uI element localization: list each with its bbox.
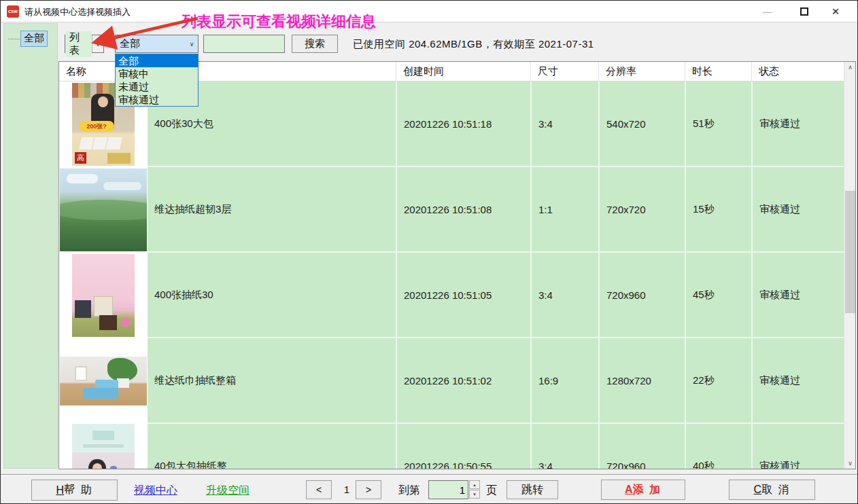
table-row[interactable]: 40包大包抽纸整 20201226 10:50:55 3:4 720x960 4… <box>59 424 844 469</box>
minimize-button[interactable]: — <box>753 1 783 22</box>
spin-up-icon[interactable]: ▲ <box>469 480 480 489</box>
cell-duration: 51秒 <box>685 82 751 167</box>
add-button[interactable]: A添 加 <box>601 480 685 500</box>
sidebar-item-all[interactable]: 全部 <box>8 31 48 47</box>
app-icon: CSW <box>7 5 19 18</box>
cell-ratio: 3:4 <box>530 253 598 338</box>
window-title: 请从视频中心选择视频插入 <box>24 6 131 18</box>
cell-ratio: 16:9 <box>530 338 598 424</box>
table-row[interactable]: 维达纸巾抽纸整箱 20201226 10:51:02 16:9 1280x720… <box>59 338 844 424</box>
status-filter-dropdown-list: 全部 审核中 未通过 审核通过 <box>115 54 199 107</box>
help-mnemonic: H <box>56 484 64 497</box>
help-label: 帮 助 <box>64 483 92 497</box>
thumbnail-stamp: 高 <box>75 152 86 164</box>
jump-button[interactable]: 跳转 <box>507 480 558 499</box>
search-input[interactable] <box>203 35 285 53</box>
title-bar: CSW 请从视频中心选择视频插入 — × <box>1 1 857 22</box>
next-page-button[interactable]: > <box>356 480 381 499</box>
cell-ratio: 3:4 <box>530 82 598 167</box>
annotation-text: 列表显示可查看视频详细信息 <box>182 12 376 32</box>
column-header-status[interactable]: 状态 <box>751 62 844 81</box>
footer-bar: H帮 助 视频中心 升级空间 < 1 > 到第 ▲ ▼ 页 跳转 A添 加 C取… <box>1 474 858 504</box>
close-button[interactable]: × <box>821 1 851 22</box>
maximize-button[interactable] <box>789 1 819 22</box>
page-number-input[interactable] <box>428 480 468 499</box>
cell-created: 20201226 10:51:02 <box>396 338 530 424</box>
status-filter-value: 全部 <box>116 37 186 50</box>
scrollbar-thumb[interactable] <box>845 191 855 313</box>
cell-name: 维达纸巾抽纸整箱 <box>148 338 396 424</box>
cell-created: 20201226 10:51:05 <box>396 253 530 338</box>
vertical-scrollbar[interactable]: ∧ ∨ <box>844 62 855 469</box>
add-mnemonic: A <box>625 484 633 496</box>
cell-name: 40包大包抽纸整 <box>148 424 396 469</box>
column-header-created[interactable]: 创建时间 <box>396 62 530 81</box>
chevron-down-icon[interactable]: ∨ <box>186 41 198 48</box>
cell-resolution: 720x720 <box>598 167 685 253</box>
chevron-down-icon[interactable]: ∨ <box>92 35 103 52</box>
thumbnail-badge: 200张? <box>79 121 114 132</box>
view-mode-value: 列表 <box>65 31 92 57</box>
cell-name: 400张抽纸30 <box>148 253 396 338</box>
cancel-mnemonic: C <box>753 484 761 496</box>
add-label: 添 加 <box>633 483 662 497</box>
cell-name: 维达抽纸超韧3层 <box>148 167 396 253</box>
cell-status: 审核通过 <box>751 167 844 253</box>
cell-duration: 22秒 <box>685 338 751 424</box>
video-thumbnail <box>59 338 148 424</box>
cell-ratio: 1:1 <box>530 167 598 253</box>
scroll-up-icon[interactable]: ∧ <box>844 62 856 73</box>
cancel-button[interactable]: C取 消 <box>729 480 815 500</box>
view-mode-select[interactable]: 列表 ∨ <box>65 35 104 53</box>
dialog-window: CSW 请从视频中心选择视频插入 — × 列表显示可查看视频详细信息 全部 列表… <box>0 0 858 504</box>
sidebar-item-label: 全部 <box>20 31 48 47</box>
video-center-link[interactable]: 视频中心 <box>134 484 177 498</box>
cell-resolution: 720x960 <box>598 253 685 338</box>
dropdown-option-approved[interactable]: 审核通过 <box>116 93 198 106</box>
cell-status: 审核通过 <box>751 253 844 338</box>
cell-resolution: 1280x720 <box>598 338 685 424</box>
page-unit-label: 页 <box>486 484 497 498</box>
scroll-down-icon[interactable]: ∨ <box>844 458 856 469</box>
cell-duration: 15秒 <box>685 167 751 253</box>
tree-branch-line <box>8 39 20 39</box>
cell-created: 20201226 10:51:18 <box>396 82 530 167</box>
video-thumbnail <box>59 253 148 338</box>
table-row[interactable]: 400张抽纸30 20201226 10:51:05 3:4 720x960 4… <box>59 253 844 338</box>
cell-duration: 45秒 <box>685 253 751 338</box>
dropdown-option-reviewing[interactable]: 审核中 <box>116 67 198 80</box>
column-header-name[interactable]: 名称 <box>59 62 396 81</box>
cancel-label: 取 消 <box>761 483 790 497</box>
maximize-icon <box>800 7 808 16</box>
video-thumbnail <box>59 167 148 253</box>
current-page-number: 1 <box>341 484 353 495</box>
cell-resolution: 540x720 <box>598 82 685 167</box>
dropdown-option-all[interactable]: 全部 <box>116 54 198 67</box>
table-body: 200张? 高 400张30大包 20201226 10:51:18 3:4 5… <box>59 82 844 469</box>
cell-created: 20201226 10:51:08 <box>396 167 530 253</box>
column-header-duration[interactable]: 时长 <box>685 62 751 81</box>
column-header-resolution[interactable]: 分辨率 <box>598 62 685 81</box>
search-button[interactable]: 搜索 <box>292 35 338 53</box>
cell-created: 20201226 10:50:55 <box>396 424 530 469</box>
cell-ratio: 3:4 <box>530 424 598 469</box>
upgrade-space-link[interactable]: 升级空间 <box>206 484 250 498</box>
cell-duration: 40秒 <box>685 424 751 469</box>
storage-usage-text: 已使用空间 204.62MB/1GB，有效期至 2021-07-31 <box>353 38 594 51</box>
page-spinner: ▲ ▼ <box>428 480 480 499</box>
video-table: 名称 创建时间 尺寸 分辨率 时长 状态 200张? 高 400张30大包 <box>58 61 856 469</box>
goto-page-label: 到第 <box>398 484 420 498</box>
cell-status: 审核通过 <box>751 424 844 469</box>
prev-page-button[interactable]: < <box>306 480 332 499</box>
column-header-ratio[interactable]: 尺寸 <box>530 62 598 81</box>
video-thumbnail <box>59 424 148 469</box>
table-row[interactable]: 维达抽纸超韧3层 20201226 10:51:08 1:1 720x720 1… <box>59 167 844 253</box>
dropdown-option-rejected[interactable]: 未通过 <box>116 80 198 93</box>
cell-status: 审核通过 <box>751 338 844 424</box>
status-filter-select[interactable]: 全部 ∨ <box>115 35 199 53</box>
cell-status: 审核通过 <box>751 82 844 167</box>
cell-resolution: 720x960 <box>598 424 685 469</box>
spin-down-icon[interactable]: ▼ <box>469 490 480 499</box>
category-sidebar: 全部 <box>3 23 58 469</box>
help-button[interactable]: H帮 助 <box>31 480 118 501</box>
